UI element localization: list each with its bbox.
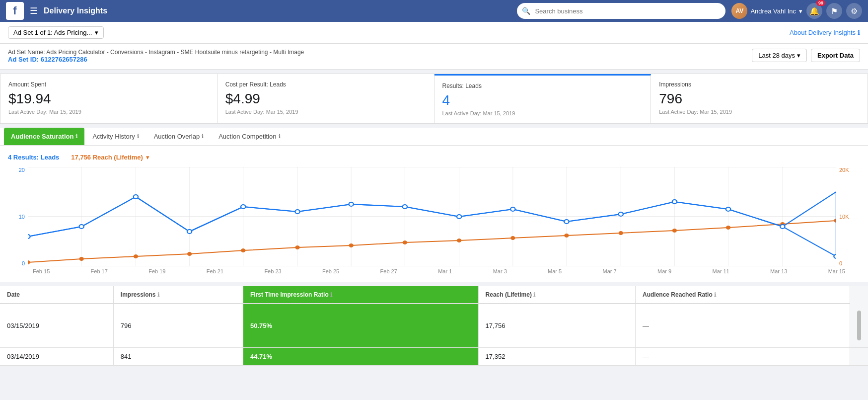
- y-axis-left: 20 10 0: [8, 167, 28, 266]
- avatar: AV: [731, 3, 747, 19]
- col-header-3: Reach (Lifetime) ℹ: [478, 286, 635, 304]
- search-input[interactable]: [517, 3, 725, 19]
- col-info-icon: ℹ: [714, 292, 716, 298]
- export-data-button[interactable]: Export Data: [811, 49, 860, 62]
- search-icon: 🔍: [522, 7, 530, 15]
- scrollbar-thumb[interactable]: [857, 311, 861, 340]
- metric-card-2[interactable]: Results: Leads 4 Last Active Day: Mar 15…: [434, 74, 651, 123]
- date-range-button[interactable]: Last 28 days ▾: [752, 49, 807, 62]
- metric-card-3[interactable]: Impressions 796 Last Active Day: Mar 15,…: [651, 74, 868, 123]
- col-header-4: Audience Reached Ratio ℹ: [636, 286, 850, 304]
- x-label: Mar 3: [493, 268, 507, 274]
- svg-point-31: [726, 226, 730, 230]
- svg-point-21: [187, 252, 192, 256]
- x-label: Feb 15: [33, 268, 50, 274]
- flag-button[interactable]: ⚑: [826, 3, 842, 19]
- user-dropdown-icon: ▾: [799, 7, 802, 15]
- notification-badge: 99: [816, 0, 825, 6]
- scrollbar-cell[interactable]: [850, 304, 868, 348]
- reach-dropdown-icon[interactable]: ▾: [146, 154, 149, 161]
- ad-set-id: Ad Set ID: 6122762657286: [8, 56, 304, 63]
- cell-0-0: 03/15/2019: [0, 304, 113, 348]
- metric-card-0[interactable]: Amount Spent $19.94 Last Active Day: Mar…: [0, 74, 217, 123]
- svg-point-44: [564, 220, 569, 224]
- svg-point-40: [349, 202, 354, 206]
- chart-svg: [28, 167, 836, 266]
- cell-0-2: 50.75%: [243, 304, 478, 348]
- x-label: Mar 1: [438, 268, 452, 274]
- tab-label-3: Auction Competition: [218, 133, 276, 140]
- svg-point-42: [457, 215, 461, 219]
- svg-point-43: [510, 207, 515, 211]
- tab-info-icon-2: ℹ: [202, 133, 204, 140]
- svg-point-19: [79, 257, 83, 261]
- metrics-row: Amount Spent $19.94 Last Active Day: Mar…: [0, 74, 868, 124]
- cell-0-1: 796: [113, 304, 243, 348]
- search-container: 🔍: [517, 3, 725, 19]
- svg-point-36: [134, 195, 138, 199]
- metric-value-2: 4: [442, 92, 643, 108]
- svg-point-41: [403, 205, 407, 209]
- svg-point-26: [457, 239, 461, 242]
- svg-point-47: [726, 207, 730, 211]
- table-row: 03/14/201984144.71%17,352—: [0, 348, 868, 366]
- cell-1-3: 17,352: [478, 348, 635, 366]
- data-table-container: DateImpressions ℹFirst Time Impression R…: [0, 286, 868, 366]
- tab-auction-competition[interactable]: Auction Competitionℹ: [212, 128, 287, 145]
- x-label: Feb 23: [264, 268, 281, 274]
- svg-point-48: [780, 225, 785, 229]
- data-table: DateImpressions ℹFirst Time Impression R…: [0, 286, 868, 366]
- svg-point-30: [672, 229, 677, 233]
- tab-auction-overlap[interactable]: Auction Overlapℹ: [147, 128, 211, 145]
- ad-set-controls: Last 28 days ▾ Export Data: [752, 49, 860, 62]
- legend-reach[interactable]: 17,756 Reach (Lifetime) ▾: [71, 154, 149, 161]
- cell-1-1: 841: [113, 348, 243, 366]
- scrollbar-cell[interactable]: [850, 348, 868, 366]
- tab-info-icon-0: ℹ: [75, 133, 77, 140]
- notifications-wrap: 🔔 99: [806, 3, 822, 19]
- user-profile[interactable]: AV Andrea Vahl Inc ▾: [731, 3, 802, 19]
- col-header-0: Date: [0, 286, 113, 304]
- settings-button[interactable]: ⚙: [846, 3, 862, 19]
- ad-set-name-label: Ad Set Name: Ads Pricing Calculator - Co…: [8, 49, 304, 56]
- tab-label-1: Activity History: [92, 133, 135, 140]
- ad-set-info-left: Ad Set Name: Ads Pricing Calculator - Co…: [8, 49, 304, 63]
- svg-point-38: [241, 205, 245, 209]
- svg-point-37: [187, 230, 192, 234]
- x-axis: Feb 15Feb 17Feb 19Feb 21Feb 23Feb 25Feb …: [8, 268, 860, 274]
- svg-point-39: [295, 210, 299, 214]
- user-name: Andrea Vahl Inc: [750, 7, 796, 15]
- hamburger-menu[interactable]: ☰: [30, 5, 38, 16]
- tab-activity-history[interactable]: Activity Historyℹ: [85, 128, 145, 145]
- sub-navigation: Ad Set 1 of 1: Ads Pricing... ▾ About De…: [0, 22, 868, 44]
- col-info-icon: ℹ: [157, 292, 159, 298]
- svg-point-20: [134, 254, 138, 258]
- tab-audience-saturation[interactable]: Audience Saturationℹ: [4, 128, 84, 145]
- col-info-icon: ℹ: [330, 292, 332, 298]
- metric-card-1[interactable]: Cost per Result: Leads $4.99 Last Active…: [217, 74, 434, 123]
- x-label: Feb 27: [380, 268, 397, 274]
- metric-sub-3: Last Active Day: Mar 15, 2019: [659, 109, 860, 115]
- chart-legend: 4 Results: Leads 17,756 Reach (Lifetime)…: [8, 154, 860, 161]
- app-title: Delivery Insights: [44, 6, 107, 15]
- svg-point-35: [79, 225, 83, 229]
- ad-set-label: Ad Set 1 of 1: Ads Pricing...: [13, 29, 92, 36]
- svg-point-28: [564, 234, 569, 238]
- cell-1-4: —: [636, 348, 850, 366]
- x-label: Mar 7: [603, 268, 617, 274]
- ad-set-selector[interactable]: Ad Set 1 of 1: Ads Pricing... ▾: [8, 26, 104, 39]
- svg-point-24: [349, 243, 354, 247]
- cell-0-4: —: [636, 304, 850, 348]
- tab-info-icon-3: ℹ: [279, 133, 281, 140]
- svg-point-23: [295, 245, 299, 249]
- metric-sub-0: Last Active Day: Mar 15, 2019: [8, 109, 209, 115]
- ad-set-info-bar: Ad Set Name: Ads Pricing Calculator - Co…: [0, 44, 868, 70]
- about-delivery-insights-link[interactable]: About Delivery Insights ℹ: [790, 29, 860, 36]
- svg-point-18: [28, 260, 30, 264]
- col-header-2: First Time Impression Ratio ℹ: [243, 286, 478, 304]
- x-label: Mar 11: [713, 268, 729, 274]
- date-dropdown-icon: ▾: [797, 52, 800, 59]
- svg-point-22: [241, 248, 245, 252]
- cell-1-2: 44.71%: [243, 348, 478, 366]
- svg-point-34: [28, 235, 30, 239]
